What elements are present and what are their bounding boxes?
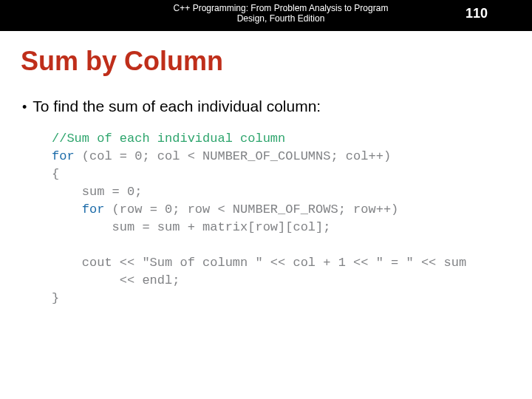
code-kw-for-outer: for (52, 149, 75, 163)
code-l7-str: "Sum of column " (142, 256, 262, 270)
code-l7-end: << sum (414, 256, 466, 270)
slide-title: Sum by Column (21, 46, 532, 77)
bullet-dot-icon: • (22, 100, 27, 114)
book-title: C++ Programming: From Problem Analysis t… (163, 3, 399, 24)
code-l7-str2: " = " (376, 256, 414, 270)
code-block: //Sum of each individual column for (col… (52, 130, 532, 307)
code-l2-rest: (col = 0; col < NUMBER_OF_COLUMNS; col++… (75, 149, 391, 163)
code-kw-for-inner: for (82, 202, 105, 216)
code-l5-rest: (row = 0; row < NUMBER_OF_ROWS; row++) (104, 202, 398, 216)
code-comment: //Sum of each individual column (52, 132, 285, 146)
code-l8: << endl; (52, 273, 180, 287)
code-l3: { (52, 167, 59, 181)
code-l7-mid: << col + 1 << (263, 256, 376, 270)
page-number: 110 (466, 6, 488, 21)
code-l5-pad (52, 202, 82, 216)
bullet-text: To find the sum of each individual colum… (33, 98, 321, 115)
code-l6: sum = sum + matrix[row][col]; (52, 220, 330, 234)
header-bar: C++ Programming: From Problem Analysis t… (0, 0, 532, 31)
code-l7-pad: cout << (52, 256, 142, 270)
book-title-line1: C++ Programming: From Problem Analysis t… (174, 3, 389, 13)
book-title-line2: Design, Fourth Edition (237, 13, 325, 24)
code-l4: sum = 0; (52, 185, 142, 199)
code-l9: } (52, 291, 59, 305)
bullet-row: •To find the sum of each individual colu… (22, 98, 532, 115)
